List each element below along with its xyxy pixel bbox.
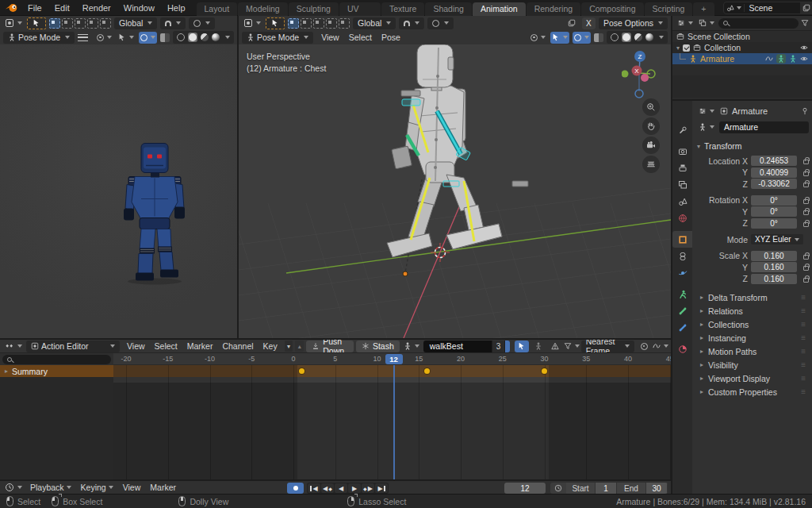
pivot-point-button[interactable]: [95, 32, 113, 44]
camera-view-button[interactable]: [642, 137, 660, 154]
menu-help[interactable]: Help: [161, 0, 192, 16]
viewport-menu-view[interactable]: View: [316, 33, 344, 42]
dopesheet-menu-key[interactable]: Key: [259, 341, 282, 351]
use-preview-range-button[interactable]: [550, 483, 566, 494]
properties-tab-tool[interactable]: [672, 121, 692, 138]
panel-drag-handle[interactable]: ≡: [801, 374, 806, 383]
transform-value-field[interactable]: -0.33062: [751, 179, 797, 189]
tool-select-box[interactable]: [301, 18, 312, 29]
workspace-tab-modeling[interactable]: Modeling: [238, 2, 288, 16]
viewport-main[interactable]: User Perspective (12) Armature : Chest Z…: [239, 44, 671, 338]
lock-toggle[interactable]: [800, 252, 811, 260]
menu-file[interactable]: File: [21, 0, 48, 16]
properties-tab-constraint[interactable]: [672, 248, 692, 264]
workspace-tab-texture-paint[interactable]: Texture Paint: [381, 2, 424, 16]
orientation-dropdown[interactable]: Global: [353, 17, 396, 29]
panel-custom-properties[interactable]: ▸Custom Properties≡: [695, 385, 810, 398]
lock-toggle[interactable]: [800, 180, 811, 187]
transform-panel-header[interactable]: ▾ Transform: [695, 139, 810, 153]
only-selected-filter-button[interactable]: [515, 341, 529, 352]
jump-end-button[interactable]: ▶: [375, 483, 388, 493]
mode-dropdown[interactable]: Pose Mode: [242, 32, 313, 44]
panel-drag-handle[interactable]: ≡: [801, 333, 806, 342]
panel-motion-paths[interactable]: ▸Motion Paths≡: [695, 344, 810, 358]
action-name-field[interactable]: walkBest: [423, 341, 492, 352]
object-name-field[interactable]: Armature: [719, 121, 809, 133]
lock-toggle[interactable]: [800, 264, 811, 271]
timeline-menu-view[interactable]: View: [118, 483, 146, 492]
shading-solid-button[interactable]: [188, 33, 197, 42]
summary-channel[interactable]: ▸ Summary: [0, 365, 113, 377]
move-up-button[interactable]: ▴: [295, 341, 304, 352]
keyframe-dot[interactable]: [299, 368, 304, 374]
timeline-menu-marker[interactable]: Marker: [145, 483, 181, 492]
play-button[interactable]: ▶: [348, 483, 361, 493]
outliner-search-input[interactable]: [718, 18, 799, 29]
snap-dropdown[interactable]: [160, 17, 186, 29]
shading-rendered-button[interactable]: [212, 33, 220, 41]
expand-icon[interactable]: ▾: [676, 44, 680, 52]
lock-toggle[interactable]: [800, 169, 811, 176]
gizmos-button[interactable]: [117, 32, 136, 44]
transform-value-field[interactable]: 0.24653: [751, 156, 797, 166]
perspective-toggle-button[interactable]: [642, 156, 660, 173]
properties-tab-physics[interactable]: [672, 264, 692, 281]
panel-viewport-display[interactable]: ▸Viewport Display≡: [695, 371, 810, 385]
active-tool-button[interactable]: [27, 17, 46, 29]
keyframe-dot[interactable]: [542, 368, 547, 374]
workspace-tab-rendering[interactable]: Rendering: [527, 2, 580, 16]
panel-collections[interactable]: ▸Collections≡: [695, 318, 810, 331]
viewport-menu-pose[interactable]: Pose: [377, 33, 405, 42]
scene-icon[interactable]: [724, 4, 745, 12]
properties-tab-render[interactable]: [672, 143, 692, 160]
active-tool-button[interactable]: [266, 17, 285, 29]
collapsed-menus-icon[interactable]: [78, 34, 88, 41]
proportional-dropdown[interactable]: [427, 17, 454, 29]
shading-wireframe-button[interactable]: [611, 33, 619, 41]
tool-cursor[interactable]: [100, 18, 111, 29]
navigation-gizmo[interactable]: Z X: [622, 49, 658, 100]
tool-select-circle[interactable]: [75, 18, 86, 29]
scene-3d[interactable]: [239, 44, 671, 338]
gizmos-button[interactable]: [550, 32, 569, 44]
workspace-tab-shading[interactable]: Shading: [425, 2, 472, 16]
overlays-button[interactable]: [573, 32, 591, 44]
filter-dropdown[interactable]: [565, 341, 579, 352]
falloff-dropdown[interactable]: [653, 341, 668, 352]
breadcrumb-object-name[interactable]: Armature: [732, 106, 768, 116]
collection-checkbox[interactable]: [683, 44, 690, 52]
dopesheet-menu-marker[interactable]: Marker: [182, 341, 218, 351]
menu-render[interactable]: Render: [76, 0, 117, 16]
lock-toggle[interactable]: [800, 220, 811, 227]
xray-button[interactable]: [594, 33, 603, 42]
viewport-menu-select[interactable]: Select: [344, 33, 377, 42]
current-frame-field[interactable]: 12: [504, 483, 546, 494]
menu-window[interactable]: Window: [117, 0, 161, 16]
dopesheet-menu-channel[interactable]: Channel: [217, 341, 258, 351]
tool-select-lasso[interactable]: [87, 18, 98, 29]
properties-tab-bone[interactable]: [672, 302, 692, 319]
scene-copy-button[interactable]: [800, 2, 812, 13]
dopesheet-ruler[interactable]: -20-15-10-505101520253035404512: [113, 353, 671, 365]
panel-drag-handle[interactable]: ≡: [801, 347, 806, 356]
jump-start-button[interactable]: ◀: [308, 483, 320, 493]
properties-tab-object-data[interactable]: [672, 286, 692, 302]
properties-tab-object[interactable]: [672, 231, 692, 248]
panel-instancing[interactable]: ▸Instancing≡: [695, 331, 810, 344]
workspace-tab-add[interactable]: +: [693, 2, 714, 16]
transform-value-field[interactable]: 0°: [751, 218, 797, 229]
tool-select-circle[interactable]: [313, 18, 324, 29]
scene-name[interactable]: Scene: [745, 3, 800, 13]
transform-value-field[interactable]: 0.160: [751, 262, 797, 272]
properties-tab-material[interactable]: [672, 341, 692, 357]
tool-select-tweak[interactable]: [49, 18, 60, 29]
expand-icon[interactable]: ▸: [5, 368, 8, 375]
tool-select-lasso[interactable]: [326, 18, 337, 29]
panel-drag-handle[interactable]: ≡: [801, 387, 806, 396]
blender-logo[interactable]: [5, 1, 18, 14]
zoom-button[interactable]: [642, 98, 660, 116]
shading-material-button[interactable]: [634, 33, 642, 41]
outliner-row-collection[interactable]: ▾ Collection: [672, 42, 812, 53]
menu-edit[interactable]: Edit: [48, 0, 76, 16]
filter-icon[interactable]: [801, 19, 809, 27]
